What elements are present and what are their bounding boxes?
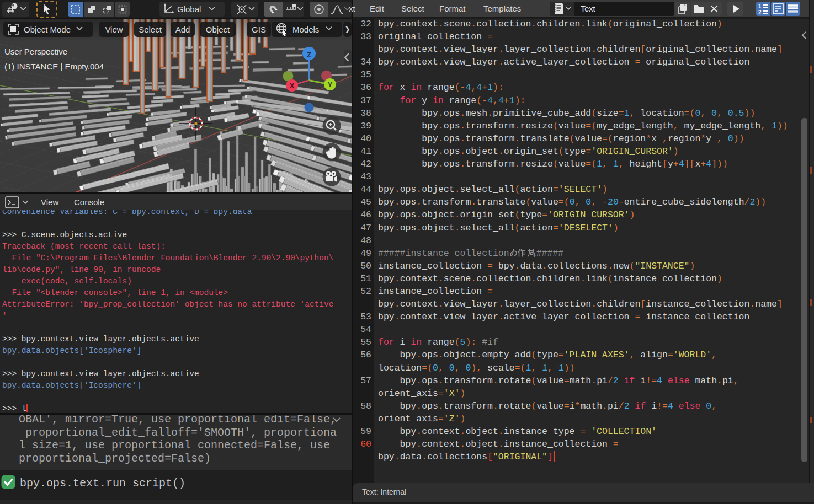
svg-text:Y: Y [328, 81, 333, 89]
svg-text:X: X [290, 82, 295, 90]
svg-text:1: 1 [758, 3, 762, 9]
svg-text:Z: Z [307, 51, 311, 59]
svg-text:2: 2 [758, 9, 762, 15]
